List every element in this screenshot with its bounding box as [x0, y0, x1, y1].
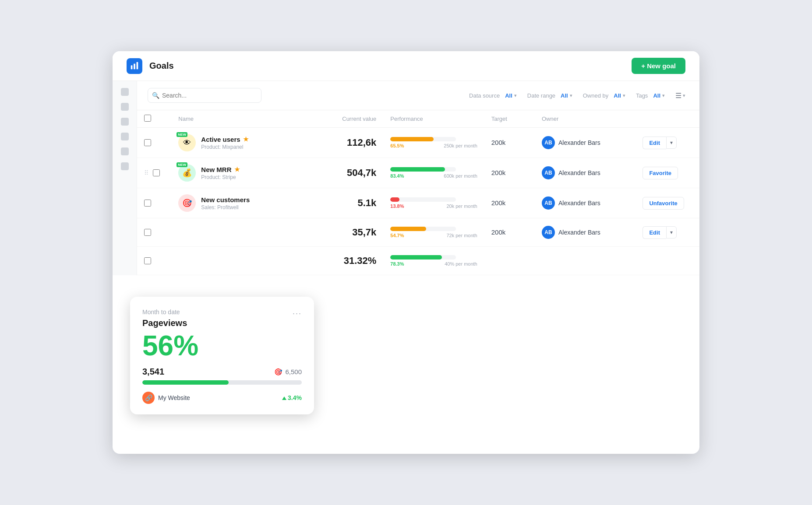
select-all-checkbox[interactable]: [144, 115, 151, 122]
goals-area: 🔍 Data source All ▾ Date range All ▾: [137, 81, 699, 275]
filter-group: Data source All ▾ Date range All ▾ Owned…: [466, 89, 689, 102]
change-arrow-icon: [282, 396, 286, 400]
row-action-cell: [635, 247, 699, 275]
perf-bar: [390, 227, 426, 231]
main-content: 🔍 Data source All ▾ Date range All ▾: [113, 81, 699, 275]
current-value: 5.1k: [320, 197, 376, 209]
card-menu-button[interactable]: ...: [293, 307, 302, 316]
card-current-value: 3,541: [142, 367, 164, 377]
owner-cell: AB Alexander Bars: [542, 136, 628, 149]
th-value: Current value: [313, 110, 383, 128]
goal-icon-emoji: 👁: [183, 138, 191, 147]
edit-dropdown-button[interactable]: ▾: [666, 137, 677, 149]
table-row: NEW 👁 Active users ★ Product: Mixpanel 1…: [137, 128, 699, 158]
table-row: 🎯 New customers Sales: Profitwell 5.1k 1…: [137, 188, 699, 218]
goal-icon-emoji: 💰: [182, 168, 192, 178]
row-checkbox[interactable]: [144, 229, 151, 236]
perf-pct: 65.5%: [390, 143, 404, 148]
goal-info: New MRR ★ Product: Stripe: [201, 166, 240, 180]
current-value: 35,7k: [320, 227, 376, 238]
view-menu-chevron: ▾: [683, 93, 685, 98]
new-goal-button[interactable]: + New goal: [632, 58, 685, 74]
sidebar-strip: [113, 81, 137, 275]
tags-filter[interactable]: Tags All ▾: [632, 90, 668, 102]
star-icon[interactable]: ★: [234, 166, 240, 173]
date-range-label: Date range: [527, 92, 555, 99]
target-value: 200k: [491, 139, 506, 146]
owner-cell: AB Alexander Bars: [542, 166, 628, 179]
goal-info-source: Sales: Profitwell: [201, 204, 250, 210]
search-input[interactable]: [148, 88, 261, 103]
th-action: [635, 110, 699, 128]
perf-bar-wrap: [390, 227, 456, 231]
row-name-cell: 🎯 New customers Sales: Profitwell: [171, 188, 313, 218]
th-name: Name: [171, 110, 313, 128]
owner-cell: AB Alexander Bars: [542, 196, 628, 210]
sidebar-item-4[interactable]: [121, 133, 129, 140]
perf-target: 250k per month: [444, 143, 477, 148]
perf-labels: 65.5% 250k per month: [390, 143, 477, 148]
date-range-chevron: ▾: [570, 93, 572, 98]
unfavorite-button[interactable]: Unfavorite: [643, 197, 684, 210]
row-perf-cell: 65.5% 250k per month: [383, 128, 484, 158]
data-source-value: All: [505, 92, 512, 99]
source-icon: 🔗: [142, 392, 155, 404]
edit-dropdown-button[interactable]: ▾: [666, 226, 677, 238]
floating-card: Month to date ... Pageviews 56% 3,541 🎯 …: [130, 297, 314, 414]
card-progress-bar: [142, 380, 302, 385]
action-cell: Favorite: [643, 167, 692, 179]
table-row: 31.32% 78.3% 40% per month: [137, 247, 699, 275]
goal-icon: 🎯: [178, 194, 196, 212]
row-checkbox[interactable]: [144, 200, 151, 207]
owner-cell: AB Alexander Bars: [542, 226, 628, 239]
star-icon[interactable]: ★: [243, 136, 249, 143]
card-target-wrap: 🎯 6,500: [274, 368, 302, 376]
favorite-button[interactable]: Favorite: [643, 167, 678, 179]
action-cell: Edit▾: [643, 226, 692, 239]
row-name-cell: NEW 💰 New MRR ★ Product: Stripe: [171, 158, 313, 188]
row-target-cell: 200k: [484, 128, 535, 158]
perf-pct: 83.4%: [390, 173, 404, 179]
row-perf-cell: 78.3% 40% per month: [383, 247, 484, 275]
drag-handle-icon[interactable]: ⠿: [144, 169, 148, 176]
sidebar-item-1[interactable]: [121, 88, 129, 96]
date-range-filter[interactable]: Date range All ▾: [524, 90, 576, 102]
row-name-cell: [171, 247, 313, 275]
owner-avatar: AB: [542, 226, 555, 239]
edit-button[interactable]: Edit: [643, 226, 666, 239]
goal-info-name: New MRR ★: [201, 166, 240, 173]
goal-info-name: New customers: [201, 196, 250, 203]
perf-bar-wrap: [390, 255, 456, 260]
perf-labels: 83.4% 600k per month: [390, 173, 477, 179]
row-checkbox[interactable]: [144, 139, 151, 146]
goal-name-cell: NEW 💰 New MRR ★ Product: Stripe: [178, 164, 306, 182]
data-source-filter[interactable]: Data source All ▾: [466, 90, 520, 102]
perf-bar: [390, 137, 433, 141]
row-owner-cell: AB Alexander Bars: [535, 218, 635, 247]
th-checkbox: [137, 110, 171, 128]
target-icon: 🎯: [274, 368, 282, 376]
sidebar-item-6[interactable]: [121, 162, 129, 170]
goal-name-cell: NEW 👁 Active users ★ Product: Mixpanel: [178, 134, 306, 151]
row-value-cell: 5.1k: [313, 188, 383, 218]
owned-by-filter[interactable]: Owned by All ▾: [579, 90, 629, 102]
svg-rect-0: [131, 65, 133, 69]
sidebar-item-3[interactable]: [121, 118, 129, 126]
target-value: 200k: [491, 228, 506, 236]
view-menu-button[interactable]: ☰ ▾: [672, 89, 689, 102]
row-checkbox[interactable]: [144, 257, 151, 264]
row-owner-cell: AB Alexander Bars: [535, 128, 635, 158]
edit-button[interactable]: Edit: [643, 137, 666, 149]
row-owner-cell: AB Alexander Bars: [535, 188, 635, 218]
perf-bar: [390, 167, 445, 172]
row-action-cell: Edit▾: [635, 128, 699, 158]
row-action-cell: Favorite: [635, 158, 699, 188]
owned-by-chevron: ▾: [623, 93, 625, 98]
sidebar-item-5[interactable]: [121, 147, 129, 155]
row-checkbox[interactable]: [153, 169, 160, 176]
sidebar-item-2[interactable]: [121, 103, 129, 111]
row-name-cell: NEW 👁 Active users ★ Product: Mixpanel: [171, 128, 313, 158]
card-header: Month to date ...: [142, 307, 302, 316]
th-owner: Owner: [535, 110, 635, 128]
search-icon: 🔍: [152, 92, 159, 99]
